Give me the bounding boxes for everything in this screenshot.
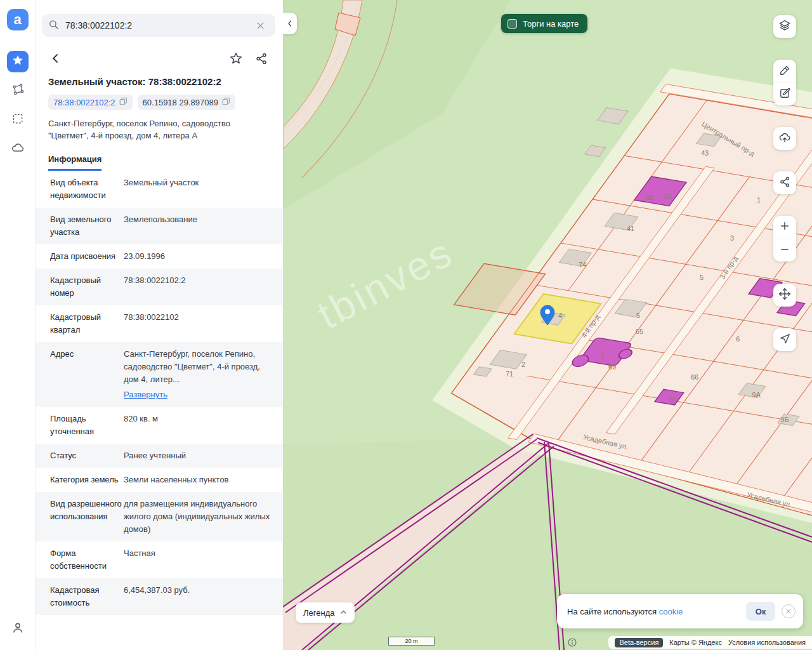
cadastral-number-text: 78:38:0022102:2 [53,98,115,107]
left-rail: a [0,0,36,650]
sidebar-collapse-button[interactable] [283,13,297,34]
app-logo[interactable]: a [7,9,29,30]
row-label: Вид объекта недвижимости [50,176,124,202]
table-row: Вид разрешенного использованиядля размещ… [36,492,283,541]
ruler-button[interactable] [773,60,796,83]
move-arrows-icon [778,288,791,303]
rail-item-selection[interactable] [7,109,29,131]
auctions-on-map-toggle[interactable]: Торги на карте [501,14,587,33]
scale-bar: 20 m [388,637,435,646]
parcel-label: 71 [506,370,513,378]
maps-copyright: Карты © Яндекс [669,639,722,646]
row-value: 6,454,387.03 руб. [124,584,270,609]
tab-information[interactable]: Информация [48,154,102,171]
locate-control [773,328,796,351]
table-row-address: Адрес Санкт-Петербург, поселок Репино, с… [36,342,283,407]
row-value: 78:38:0022102 [124,311,270,336]
legend-button[interactable]: Легенда [296,602,355,623]
copy-icon[interactable] [222,97,230,107]
table-row: Форма собственностиЧастная [36,541,283,578]
cadastral-number-chip[interactable]: 78:38:0022102:2 [48,95,133,110]
info-table: Вид объекта недвижимостиЗемельный участо… [36,171,283,615]
map-tiles: tbinves Центральный пр-д 3-й пр-д 4-й пр… [283,0,812,650]
share-button[interactable] [252,50,270,67]
parcel-label: 10 [664,192,671,200]
search-clear-icon[interactable] [251,17,269,34]
zoom-out-button[interactable] [773,239,796,262]
parcel-label: 70 [668,396,676,404]
zoom-in-button[interactable] [773,216,796,239]
row-value: 78:38:0022102:2 [124,274,270,300]
cloud-icon [11,141,25,157]
row-label: Кадастровая стоимость [50,584,124,609]
layers-button[interactable] [773,15,796,38]
row-value: Санкт-Петербург, поселок Репино, садовод… [124,348,270,401]
coordinates-text: 60.15918 29.897089 [143,98,218,107]
parcel-label: 65 [636,328,643,335]
my-location-button[interactable] [773,328,796,351]
layers-icon [778,19,791,34]
coordinates-chip[interactable]: 60.15918 29.897089 [138,95,235,110]
sidebar: Земельный участок: 78:38:0022102:2 78:38… [36,0,283,650]
cloud-upload-button[interactable] [773,127,796,150]
parcel-label: 2 [521,361,525,368]
row-label: Форма собственности [50,547,124,573]
tab-bar: Информация [36,153,283,171]
dashed-square-icon [11,112,24,128]
cookie-ok-button[interactable]: Ок [746,602,775,621]
cookie-link[interactable]: cookie [659,607,683,616]
map-attribution: Beta-версия Карты © Яндекс Условия испол… [608,636,812,649]
legend-label: Легенда [303,608,334,618]
row-value: 820 кв. м [124,413,270,438]
upload-control [773,127,796,150]
cloud-upload-icon [778,131,791,146]
parcel-label: 43 [701,149,709,157]
parcel-label: 74 [579,261,586,269]
rail-item-cloud[interactable] [7,138,29,160]
table-row: Вид земельного участкаЗемлепользование [36,208,283,244]
share-icon [779,176,791,190]
table-row: Кадастровый номер78:38:0022102:2 [36,269,283,305]
scale-label: 20 m [405,638,417,644]
rail-item-measure[interactable] [7,80,29,102]
back-button[interactable] [47,50,65,67]
cookie-close-button[interactable] [782,604,796,618]
expand-link[interactable]: Развернуть [124,388,167,401]
pan-button[interactable] [773,284,796,307]
checkbox-icon[interactable] [508,19,517,29]
chips-row: 78:38:0022102:2 60.15918 29.897089 [48,95,270,110]
object-header [47,50,270,67]
info-icon[interactable] [567,637,577,647]
row-label: Кадастровый квартал [50,311,124,336]
row-value: Земельный участок [124,176,270,202]
search-icon [48,19,59,32]
row-label: Кадастровый номер [50,274,124,300]
plus-icon [779,220,790,234]
layers-control [773,15,796,38]
parcel-label: 5 [700,274,704,281]
copy-icon[interactable] [119,97,128,107]
cookie-text-main: На сайте используются [567,607,657,616]
parcel-label: 69 [608,363,616,371]
minus-icon [779,244,790,258]
rail-item-account[interactable] [7,618,29,640]
terms-link[interactable]: Условия использования [728,639,806,646]
map-share-button[interactable] [773,171,796,194]
toggle-label: Торги на карте [523,19,579,29]
row-value: Землепользование [124,213,270,239]
row-label: Дата присвоения [50,250,124,263]
parcel-label: 1 [601,352,605,360]
map-canvas[interactable]: tbinves Центральный пр-д 3-й пр-д 4-й пр… [283,0,812,650]
cookie-banner: На сайте используются cookie Ок [557,594,803,628]
share-control [773,171,796,194]
row-value: Частная [124,547,270,573]
pan-control [773,284,796,307]
rail-item-favorites[interactable] [7,51,29,72]
edit-button[interactable] [773,83,796,105]
parcel-label: 42 [646,194,653,201]
search-input[interactable] [64,20,246,31]
favorite-star-button[interactable] [227,50,245,67]
navigation-arrow-icon [779,333,791,347]
parcel-label: 1 [757,196,761,204]
parcel-label: 3 [730,234,734,242]
